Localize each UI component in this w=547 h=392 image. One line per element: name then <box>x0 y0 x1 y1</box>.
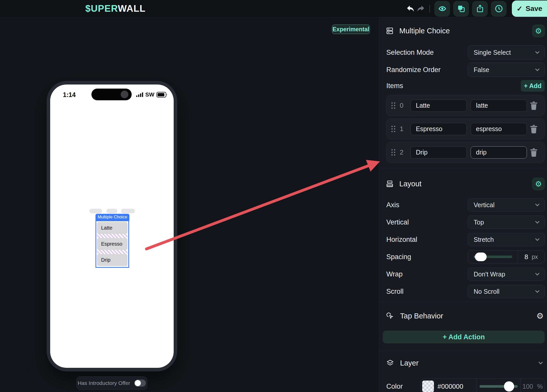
spacing-row: Spacing 8 px <box>386 250 545 263</box>
slider-track[interactable] <box>480 385 518 388</box>
slider-thumb[interactable] <box>504 381 514 391</box>
trash-icon <box>530 148 538 157</box>
copy-icon <box>457 5 465 12</box>
item-row: 0 <box>386 95 545 116</box>
delete-item-button[interactable] <box>530 125 538 133</box>
scroll-dropdown[interactable]: No Scroll <box>468 285 545 298</box>
spacing-slider[interactable] <box>468 250 518 263</box>
randomize-order-label: Randomize Order <box>386 66 441 74</box>
horizontal-dropdown[interactable]: Stretch <box>468 233 545 246</box>
section-header: Layout ⚙ <box>386 178 545 190</box>
section-title: Multiple Choice <box>399 27 450 35</box>
drag-handle-icon[interactable] <box>391 126 395 132</box>
item-value-input[interactable] <box>471 123 527 135</box>
dynamic-island <box>91 89 132 100</box>
axis-dropdown[interactable]: Vertical <box>468 198 545 212</box>
intro-offer-toggle[interactable] <box>134 380 146 387</box>
drag-handle-icon[interactable] <box>391 149 395 156</box>
selection-mode-row: Selection Mode Single Select <box>386 45 545 60</box>
check-icon: ✓ <box>517 5 523 13</box>
vertical-value: Top <box>474 219 536 226</box>
history-button[interactable] <box>491 1 507 17</box>
wrap-dropdown[interactable]: Don't Wrap <box>468 268 545 281</box>
drag-handle-icon[interactable] <box>391 102 395 109</box>
tap-behavior-settings-button[interactable]: ⚙ <box>536 311 544 321</box>
choice-option[interactable]: Latte <box>97 222 128 234</box>
delete-item-button[interactable] <box>530 148 538 157</box>
slider-track[interactable] <box>474 256 512 258</box>
color-swatch[interactable] <box>422 381 434 392</box>
chevron-down-icon <box>535 271 540 276</box>
horizontal-value: Stretch <box>474 236 536 243</box>
slider-thumb[interactable] <box>475 253 487 261</box>
items-header: Items + Add <box>386 80 545 92</box>
duplicate-button[interactable] <box>453 1 469 17</box>
properties-panel: Multiple Choice ⚙ Selection Mode Single … <box>379 17 547 392</box>
chevron-down-icon <box>535 67 540 71</box>
delete-item-button[interactable] <box>530 101 538 110</box>
item-value-input[interactable] <box>471 146 527 159</box>
placeholder-bar <box>121 209 135 213</box>
toggle-knob <box>135 380 141 386</box>
share-icon <box>476 5 484 13</box>
item-value-input[interactable] <box>471 100 527 112</box>
export-button[interactable] <box>472 1 488 17</box>
opacity-value-segment: 100 % <box>521 379 544 392</box>
preview-button[interactable] <box>434 1 450 17</box>
chevron-down-icon[interactable] <box>539 360 543 365</box>
choice-option[interactable]: Espresso <box>97 238 128 250</box>
item-label-input[interactable] <box>411 100 467 112</box>
section-layer: Layer Color #000000 100 % <box>386 351 545 392</box>
randomize-order-row: Randomize Order False <box>386 63 545 77</box>
section-tap-behavior: Tap Behavior ⚙ + Add Action <box>386 302 545 351</box>
layout-settings-button[interactable]: ⚙ <box>532 178 545 190</box>
scroll-label: Scroll <box>386 288 404 296</box>
randomize-order-dropdown[interactable]: False <box>468 63 545 77</box>
layout-icon <box>386 180 393 188</box>
gear-icon: ⚙ <box>535 179 542 188</box>
multiple-choice-settings-button[interactable]: ⚙ <box>532 25 545 37</box>
spacing-control: 8 px <box>468 250 545 263</box>
opacity-value[interactable]: 100 <box>523 383 533 390</box>
item-label-input[interactable] <box>411 146 467 159</box>
color-hex-value[interactable]: #000000 <box>437 383 463 390</box>
placeholder-bar <box>106 209 117 213</box>
wrap-row: Wrap Don't Wrap <box>386 268 545 281</box>
chevron-down-icon <box>535 219 540 224</box>
horizontal-row: Horizontal Stretch <box>386 233 545 246</box>
chevron-down-icon <box>535 289 540 293</box>
horizontal-label: Horizontal <box>386 236 417 244</box>
axis-value: Vertical <box>474 201 536 209</box>
battery-icon <box>156 92 168 97</box>
redo-button[interactable] <box>416 2 426 15</box>
selection-mode-label: Selection Mode <box>386 49 434 57</box>
chevron-down-icon <box>535 237 540 241</box>
spacing-hatch <box>97 234 128 238</box>
carrier-label: SW <box>145 91 154 98</box>
section-header: Multiple Choice ⚙ <box>386 24 545 37</box>
item-index: 1 <box>399 125 404 133</box>
item-index: 0 <box>399 102 404 109</box>
undo-button[interactable] <box>405 2 416 15</box>
section-title: Layout <box>399 180 421 188</box>
selection-mode-value: Single Select <box>474 49 536 56</box>
selected-widget-tag[interactable]: Multiple Choice <box>95 214 129 220</box>
wrap-value: Don't Wrap <box>474 271 536 278</box>
selection-mode-dropdown[interactable]: Single Select <box>468 45 545 60</box>
vertical-label: Vertical <box>386 218 409 226</box>
opacity-unit: % <box>537 383 543 390</box>
item-label-input[interactable] <box>411 123 467 135</box>
vertical-dropdown[interactable]: Top <box>468 216 545 229</box>
toolbar-divider <box>429 5 430 12</box>
phone-mockup: 1:14 SW Multiple Choice Latte Espresso <box>47 81 177 371</box>
spacing-value[interactable]: 8 <box>525 253 528 261</box>
save-button[interactable]: ✓ Save <box>512 1 547 17</box>
opacity-slider[interactable] <box>476 379 521 392</box>
experimental-badge: Experimental <box>332 24 370 34</box>
multiple-choice-widget[interactable]: Latte Espresso Drip <box>95 220 129 268</box>
add-action-button[interactable]: + Add Action <box>383 331 545 343</box>
choice-option[interactable]: Drip <box>97 254 128 266</box>
spacing-label: Spacing <box>386 253 411 261</box>
placeholder-bar <box>89 209 102 213</box>
add-item-button[interactable]: + Add <box>521 80 545 92</box>
